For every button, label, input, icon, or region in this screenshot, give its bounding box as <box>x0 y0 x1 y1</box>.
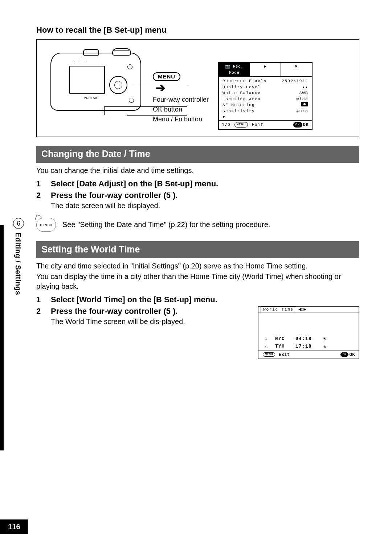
setup-icon: ✖ <box>295 64 298 69</box>
lcd2-gap <box>258 312 359 335</box>
memo-note: memo See "Setting the Date and Time" (p.… <box>36 218 359 232</box>
lcd-screen-outline <box>69 66 105 94</box>
step-1: 1Select [World Time] on the [B Set-up] m… <box>36 295 359 304</box>
footer-right: OKOK <box>293 122 309 128</box>
step-number: 2 <box>36 307 43 316</box>
viewfinder-icon <box>83 49 99 56</box>
lcd-world-time: World Time ◀☐▶ ✈ NYC 04:18 ☀ ⌂ TYO 17:18… <box>258 306 359 359</box>
menu-row: AE Metering <box>222 102 308 108</box>
diagram-labels: MENU ➔ Four-way controller OK button Men… <box>153 44 215 123</box>
footer-left: 1/3 MENU Exit <box>222 122 264 128</box>
step-text: Select [Date Adjust] on the [B Set-up] m… <box>51 179 218 189</box>
leader-line <box>127 115 187 116</box>
lcd-tabs: 📷 Rec. Mode ▶ ✖ <box>219 63 312 77</box>
menu-pill-icon: MENU <box>263 352 275 357</box>
arrow-right-icon: ➔ <box>156 85 215 92</box>
lcd-rows: Recorded Pixels2592×1944 Quality Level★★… <box>219 77 312 120</box>
lcd-rec-mode-menu: 📷 Rec. Mode ▶ ✖ Recorded Pixels2592×1944… <box>218 62 313 130</box>
menu-row: Focusing AreaWide <box>222 96 308 102</box>
chapter-label: Editing / Settings <box>14 232 22 295</box>
step-text: Press the four-way controller (5 ). <box>51 307 178 316</box>
lcd-footer: 1/3 MENU Exit OKOK <box>219 120 312 129</box>
step-number: 2 <box>36 191 43 200</box>
menu-row: White BalanceAWB <box>222 90 308 96</box>
camera-icon: 📷 <box>225 64 230 69</box>
top-back-button-icon <box>127 64 132 69</box>
step-sub: The date screen will be displayed. <box>51 202 359 210</box>
memo-text: See "Setting the Date and Time" (p.22) f… <box>62 221 270 229</box>
chapter-number: 6 <box>13 218 24 229</box>
step-sub: The World Time screen will be dis-played… <box>51 317 249 326</box>
label-fourway: Four-way controller <box>153 96 215 104</box>
menu-row: Recorded Pixels2592×1944 <box>222 78 308 84</box>
home-icon: ⌂ <box>264 344 269 349</box>
ok-label: OK <box>303 122 309 128</box>
mode-dial-icon <box>112 48 131 56</box>
menu-row: SensitivityAuto <box>222 108 308 114</box>
section1-intro: You can change the initial date and time… <box>36 166 359 175</box>
speaker-dots-icon: ○ ○ ○ <box>72 59 88 63</box>
label-ok: OK button <box>153 106 215 113</box>
city-time: 04:18 <box>295 336 317 341</box>
step-number: 1 <box>36 179 43 189</box>
exit-label: Exit <box>278 352 290 357</box>
lcd2-tabrow: World Time ◀☐▶ <box>258 307 359 312</box>
world-time-row-home: ⌂ TYO 17:18 ✳ <box>258 343 359 351</box>
page: How to recall the [B Set-up] menu ○ ○ ○ … <box>0 0 392 534</box>
exit-label: Exit <box>252 122 264 128</box>
step-text: Select [World Time] on the [B Set-up] me… <box>51 295 217 304</box>
label-menufn: Menu / Fn button <box>153 116 215 123</box>
menu-row: Quality Level★★ <box>222 84 308 90</box>
menu-pill-icon: MENU <box>234 122 248 128</box>
plane-icon: ✈ <box>264 336 269 342</box>
step-2: 2Press the four-way controller (5 ). <box>36 307 249 316</box>
tab-setup: ✖ <box>281 63 312 76</box>
footer-left: MENU Exit <box>262 352 290 357</box>
section2-p1: The city and time selected in "Initial S… <box>36 261 359 271</box>
lcd2-footer: MENU Exit OKOK <box>258 351 359 359</box>
menu-fn-button-icon <box>129 98 134 103</box>
tab-rec-label: Rec. Mode <box>229 64 243 75</box>
tab-world-time: World Time <box>261 307 296 312</box>
city-code: TYO <box>275 344 290 349</box>
metering-icon <box>301 102 308 106</box>
ok-pill-icon: OK <box>340 352 349 357</box>
leader-line <box>104 106 187 107</box>
leader-line <box>104 106 105 115</box>
sun-icon: ☀ <box>323 336 327 343</box>
step-2: 2Press the four-way controller (5 ). <box>36 191 359 200</box>
section2-p2: You can display the time in a city other… <box>36 272 359 291</box>
city-code: NYC <box>275 336 290 341</box>
page-indicator: 1/3 <box>222 122 231 128</box>
city-time: 17:18 <box>295 344 317 349</box>
tab-rec-mode: 📷 Rec. Mode <box>219 63 250 76</box>
selector-arrows: ◀☐▶ <box>296 307 309 312</box>
memo-icon: memo <box>36 218 56 232</box>
camera-illustration: ○ ○ ○ PENTAX <box>44 44 149 124</box>
leader-line <box>131 87 187 87</box>
world-time-row-dest: ✈ NYC 04:18 ☀ <box>258 335 359 343</box>
step-text: Press the four-way controller (5 ). <box>51 191 178 200</box>
page-number: 116 <box>0 519 28 534</box>
footer-right: OKOK <box>340 352 355 357</box>
section-heading-world-time: Setting the World Time <box>36 241 359 258</box>
tab-playback: ▶ <box>250 63 281 76</box>
ok-label: OK <box>349 352 355 357</box>
ok-button-icon <box>114 81 122 89</box>
section-heading-date-time: Changing the Date / Time <box>36 146 359 163</box>
sun-icon: ✳ <box>323 343 327 350</box>
ok-pill-icon: OK <box>293 122 302 128</box>
menu-pill-icon: MENU <box>153 72 180 81</box>
camera-brand-label: PENTAX <box>84 96 97 100</box>
play-icon: ▶ <box>264 64 266 69</box>
thumb-tab-strip <box>0 225 4 450</box>
scroll-down-icon: ▼ <box>222 114 308 120</box>
chapter-sidebar: 6 Editing / Settings <box>9 218 28 534</box>
step-number: 1 <box>36 295 43 304</box>
step-1: 1Select [Date Adjust] on the [B Set-up] … <box>36 179 359 189</box>
recall-menu-diagram: ○ ○ ○ PENTAX MENU ➔ Four-way controller … <box>36 39 359 137</box>
intro-title: How to recall the [B Set-up] menu <box>36 25 359 35</box>
